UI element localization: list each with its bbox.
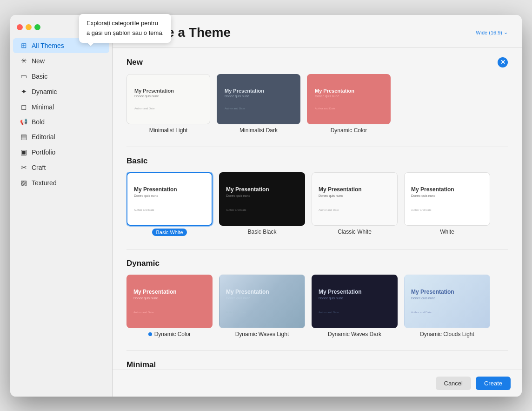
footer: Cancel Create <box>113 370 522 397</box>
sidebar: ⊞ All Themes ✳ New ▭ Basic ✦ Dynamic ◻ <box>10 15 113 397</box>
sidebar-label-editorial: Editorial <box>32 133 55 141</box>
theme-item-minimalist-light[interactable]: My Presentation Donec quis nunc Author a… <box>126 74 210 134</box>
sidebar-item-craft[interactable]: ✂ Craft <box>13 160 109 175</box>
thumb-author: Author and Date <box>411 209 483 211</box>
theme-item-minimalist-dark[interactable]: My Presentation Donec quis nunc Author a… <box>217 74 300 134</box>
thumb-title: My Presentation <box>226 289 298 295</box>
tooltip: Explorați categoriile pentru a găsi un ș… <box>79 14 171 46</box>
tooltip-line2: a găsi un șablon sau o temă. <box>86 28 164 38</box>
craft-icon: ✂ <box>20 163 28 172</box>
thumb-title: My Presentation <box>319 289 391 295</box>
thumb-sub: Donec quis nunc <box>134 194 205 197</box>
theme-label-dyn-color: Dynamic Color <box>148 331 191 337</box>
main-window: ⊞ All Themes ✳ New ▭ Basic ✦ Dynamic ◻ <box>10 15 522 397</box>
thumb-author: Author and Date <box>134 209 205 211</box>
theme-item-dyn-waves-dark[interactable]: My Presentation Donec quis nunc Author a… <box>312 275 398 337</box>
section-minimal: Minimal <box>126 350 508 370</box>
thumb-sub: Donec quis nunc <box>226 194 298 197</box>
section-basic-title: Basic <box>126 156 147 166</box>
close-new-section-button[interactable]: ✕ <box>498 57 508 67</box>
minimal-icon: ◻ <box>20 103 28 111</box>
traffic-light-red[interactable] <box>17 24 23 30</box>
traffic-light-yellow[interactable] <box>26 24 32 30</box>
dyn-color-label-text: Dynamic Color <box>154 331 191 337</box>
thumb-sub: Donec quis nunc <box>411 296 483 300</box>
section-dynamic: Dynamic My Presentation Donec quis nunc … <box>126 249 508 337</box>
chevron-down-icon: ⌄ <box>504 29 508 35</box>
sidebar-item-portfolio[interactable]: ▣ Portfolio <box>13 145 109 160</box>
traffic-light-green[interactable] <box>34 24 40 30</box>
thumb-sub: Donec quis nunc <box>411 194 483 197</box>
thumb-title: My Presentation <box>315 88 383 94</box>
sidebar-item-dynamic[interactable]: ✦ Dynamic <box>13 84 109 99</box>
aspect-selector[interactable]: Wide (16:9) ⌄ <box>476 29 508 35</box>
bold-icon: 📢 <box>20 118 28 125</box>
thumb-author: Author and Date <box>319 209 391 211</box>
theme-label-badge: Basic White <box>152 229 186 236</box>
sidebar-item-textured[interactable]: ▨ Textured <box>13 175 109 190</box>
basic-icon: ▭ <box>20 72 28 81</box>
thumb-author: Author and Date <box>225 107 293 110</box>
theme-item-white[interactable]: My Presentation Donec quis nunc Author a… <box>404 172 490 236</box>
theme-label-dyn-waves-dark: Dynamic Waves Dark <box>328 331 381 337</box>
sidebar-label-minimal: Minimal <box>32 103 54 111</box>
aspect-label: Wide (16:9) <box>476 30 502 35</box>
thumb-author: Author and Date <box>315 107 383 110</box>
theme-item-dyn-clouds-light[interactable]: My Presentation Donec quis nunc Author a… <box>404 275 490 337</box>
theme-item-dyn-color[interactable]: My Presentation Donec quis nunc Author a… <box>126 275 213 337</box>
sidebar-label-craft: Craft <box>32 164 46 171</box>
theme-gallery: New ✕ My Presentation Donec quis nunc Au… <box>113 48 522 370</box>
thumb-author: Author and Date <box>226 311 298 314</box>
theme-label-minimalist-dark: Minimalist Dark <box>239 127 278 134</box>
sidebar-item-editorial[interactable]: ▤ Editorial <box>13 129 109 144</box>
sidebar-item-new[interactable]: ✳ New <box>13 54 109 68</box>
thumb-title: My Presentation <box>411 186 483 193</box>
section-new-title: New <box>126 58 143 67</box>
thumb-sub: Donec quis nunc <box>225 94 293 98</box>
sidebar-item-bold[interactable]: 📢 Bold <box>13 115 109 129</box>
sidebar-item-basic[interactable]: ▭ Basic <box>13 69 109 84</box>
tooltip-line1: Explorați categoriile pentru <box>86 19 164 28</box>
sidebar-label-textured: Textured <box>32 179 57 187</box>
theme-item-dynamic-color-new[interactable]: My Presentation Donec quis nunc Author a… <box>307 74 391 134</box>
thumb-author: Author and Date <box>226 209 298 211</box>
thumb-sub: Donec quis nunc <box>315 94 383 98</box>
dot-icon <box>148 332 152 336</box>
thumb-title: My Presentation <box>411 289 483 295</box>
theme-item-basic-black[interactable]: My Presentation Donec quis nunc Author a… <box>219 172 305 236</box>
thumb-sub: Donec quis nunc <box>319 296 391 300</box>
header: Choose a Theme Wide (16:9) ⌄ <box>113 15 522 48</box>
dynamic-icon: ✦ <box>20 88 28 96</box>
theme-label-classic-white: Classic White <box>338 229 372 235</box>
thumb-author: Author and Date <box>134 107 202 110</box>
thumb-author: Author and Date <box>411 311 483 314</box>
section-basic: Basic My Presentation Donec quis nunc Au… <box>126 147 508 236</box>
theme-label-dyn-clouds-light: Dynamic Clouds Light <box>420 331 474 337</box>
theme-item-dyn-waves-light[interactable]: My Presentation Donec quis nunc Author a… <box>219 275 305 337</box>
thumb-title: My Presentation <box>134 88 202 94</box>
section-new: New ✕ My Presentation Donec quis nunc Au… <box>126 57 508 134</box>
theme-label-white: White <box>440 229 454 235</box>
main-content: Choose a Theme Wide (16:9) ⌄ New ✕ <box>113 15 522 397</box>
sidebar-label-new: New <box>32 57 45 65</box>
cancel-button[interactable]: Cancel <box>436 377 471 390</box>
create-button[interactable]: Create <box>476 377 511 390</box>
thumb-sub: Donec quis nunc <box>134 94 202 98</box>
thumb-title: My Presentation <box>226 186 298 193</box>
sidebar-label-basic: Basic <box>32 73 47 80</box>
section-dynamic-title: Dynamic <box>126 259 160 268</box>
sidebar-item-minimal[interactable]: ◻ Minimal <box>13 100 109 115</box>
thumb-author: Author and Date <box>319 311 391 314</box>
thumb-sub: Donec quis nunc <box>226 296 298 300</box>
theme-item-basic-white[interactable]: My Presentation Donec quis nunc Author a… <box>126 172 213 236</box>
portfolio-icon: ▣ <box>20 148 28 156</box>
theme-label-minimalist-light: Minimalist Light <box>149 127 188 134</box>
thumb-title: My Presentation <box>133 289 206 295</box>
theme-label-basic-black: Basic Black <box>247 229 276 235</box>
sidebar-label-bold: Bold <box>32 118 45 126</box>
thumb-author: Author and Date <box>133 311 206 314</box>
thumb-title: My Presentation <box>134 186 205 193</box>
section-minimal-title: Minimal <box>126 360 156 370</box>
theme-item-classic-white[interactable]: My Presentation Donec quis nunc Author a… <box>312 172 398 236</box>
thumb-title: My Presentation <box>225 88 293 94</box>
